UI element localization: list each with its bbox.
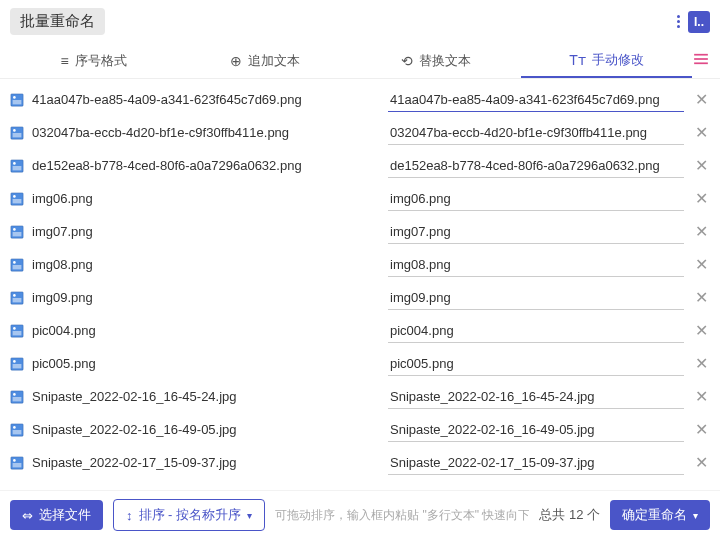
svg-rect-31 [13, 397, 22, 401]
original-filename-cell: 41aa047b-ea85-4a09-a341-623f645c7d69.png [10, 92, 380, 107]
remove-row-icon[interactable]: ✕ [692, 91, 710, 109]
remove-row-icon[interactable]: ✕ [692, 454, 710, 472]
file-row: img06.png✕ [0, 182, 720, 215]
original-filename: img09.png [32, 290, 93, 305]
rename-input[interactable] [388, 418, 684, 442]
remove-row-icon[interactable]: ✕ [692, 322, 710, 340]
image-file-icon [10, 192, 24, 206]
file-row: img08.png✕ [0, 248, 720, 281]
tab-label: 序号格式 [75, 52, 127, 70]
file-row: img07.png✕ [0, 215, 720, 248]
original-filename-cell: Snipaste_2022-02-16_16-45-24.jpg [10, 389, 380, 404]
svg-rect-19 [13, 265, 22, 269]
chevron-down-icon: ▾ [693, 510, 698, 521]
rename-input[interactable] [388, 451, 684, 475]
file-row: img09.png✕ [0, 281, 720, 314]
original-filename: Snipaste_2022-02-16_16-45-24.jpg [32, 389, 237, 404]
image-file-icon [10, 423, 24, 437]
original-filename: img07.png [32, 224, 93, 239]
original-filename-cell: img07.png [10, 224, 380, 239]
link-icon: ⇔ [22, 508, 33, 523]
original-filename: 032047ba-eccb-4d20-bf1e-c9f30ffb411e.png [32, 125, 289, 140]
rename-input[interactable] [388, 286, 684, 310]
file-row: pic004.png✕ [0, 314, 720, 347]
remove-row-icon[interactable]: ✕ [692, 355, 710, 373]
select-files-button[interactable]: ⇔ 选择文件 [10, 500, 103, 530]
rename-input[interactable] [388, 253, 684, 277]
remove-row-icon[interactable]: ✕ [692, 157, 710, 175]
tab-replace-text[interactable]: ⟲替换文本 [350, 43, 521, 78]
rename-input[interactable] [388, 385, 684, 409]
image-file-icon [10, 390, 24, 404]
svg-point-26 [13, 327, 16, 330]
remove-row-icon[interactable]: ✕ [692, 388, 710, 406]
svg-rect-37 [13, 463, 22, 467]
svg-point-32 [13, 393, 16, 396]
original-filename-cell: 032047ba-eccb-4d20-bf1e-c9f30ffb411e.png [10, 125, 380, 140]
original-filename: de152ea8-b778-4ced-80f6-a0a7296a0632.png [32, 158, 302, 173]
file-list: 41aa047b-ea85-4a09-a341-623f645c7d69.png… [0, 79, 720, 490]
rename-input[interactable] [388, 154, 684, 178]
file-row: de152ea8-b778-4ced-80f6-a0a7296a0632.png… [0, 149, 720, 182]
remove-row-icon[interactable]: ✕ [692, 421, 710, 439]
more-menu-icon[interactable] [677, 15, 680, 28]
confirm-rename-button[interactable]: 确定重命名 ▾ [610, 500, 710, 530]
original-filename: Snipaste_2022-02-17_15-09-37.jpg [32, 455, 237, 470]
tab-label: 手动修改 [592, 51, 644, 69]
svg-rect-13 [13, 199, 22, 203]
rename-input[interactable] [388, 319, 684, 343]
original-filename-cell: Snipaste_2022-02-16_16-49-05.jpg [10, 422, 380, 437]
remove-row-icon[interactable]: ✕ [692, 256, 710, 274]
button-label: 确定重命名 [622, 506, 687, 524]
original-filename-cell: Snipaste_2022-02-17_15-09-37.jpg [10, 455, 380, 470]
rename-input[interactable] [388, 220, 684, 244]
sort-button[interactable]: ↕ 排序 - 按名称升序 ▾ [113, 499, 265, 531]
original-filename: Snipaste_2022-02-16_16-49-05.jpg [32, 422, 237, 437]
rename-input[interactable] [388, 187, 684, 211]
image-file-icon [10, 258, 24, 272]
total-count: 总共 12 个 [539, 506, 600, 524]
svg-rect-34 [13, 430, 22, 434]
hint-text: 可拖动排序，输入框内粘贴 "多行文本" 快速向下批量替换 [275, 507, 529, 524]
hamburger-icon[interactable] [692, 53, 712, 68]
file-row: Snipaste_2022-02-16_16-45-24.jpg✕ [0, 380, 720, 413]
image-file-icon [10, 291, 24, 305]
image-file-icon [10, 357, 24, 371]
svg-rect-4 [13, 100, 22, 104]
sort-icon: ↕ [126, 508, 133, 523]
file-row: 41aa047b-ea85-4a09-a341-623f645c7d69.png… [0, 83, 720, 116]
plus-circle-icon: ⊕ [230, 53, 242, 69]
swap-icon: ⟲ [401, 53, 413, 69]
remove-row-icon[interactable]: ✕ [692, 124, 710, 142]
image-file-icon [10, 159, 24, 173]
image-file-icon [10, 324, 24, 338]
list-icon: ≡ [60, 53, 68, 69]
rename-input[interactable] [388, 121, 684, 145]
remove-row-icon[interactable]: ✕ [692, 289, 710, 307]
remove-row-icon[interactable]: ✕ [692, 190, 710, 208]
original-filename: img08.png [32, 257, 93, 272]
rename-input[interactable] [388, 88, 684, 112]
svg-rect-16 [13, 232, 22, 236]
app-logo-icon[interactable]: I.. [688, 11, 710, 33]
tab-label: 替换文本 [419, 52, 471, 70]
original-filename-cell: pic004.png [10, 323, 380, 338]
button-label: 选择文件 [39, 506, 91, 524]
rename-input[interactable] [388, 352, 684, 376]
file-row: Snipaste_2022-02-16_16-49-05.jpg✕ [0, 413, 720, 446]
chevron-down-icon: ▾ [247, 510, 252, 521]
image-file-icon [10, 225, 24, 239]
image-file-icon [10, 93, 24, 107]
file-row: Snipaste_2022-02-17_15-09-37.jpg✕ [0, 446, 720, 479]
tab-append-text[interactable]: ⊕追加文本 [179, 43, 350, 78]
tab-label: 追加文本 [248, 52, 300, 70]
tab-number-format[interactable]: ≡序号格式 [8, 43, 179, 78]
tab-manual-edit[interactable]: Tᴛ手动修改 [521, 43, 692, 78]
svg-rect-22 [13, 298, 22, 302]
remove-row-icon[interactable]: ✕ [692, 223, 710, 241]
text-icon: Tᴛ [569, 52, 586, 68]
svg-point-17 [13, 228, 16, 231]
svg-point-5 [13, 96, 16, 99]
file-row: pic005.png✕ [0, 347, 720, 380]
original-filename-cell: de152ea8-b778-4ced-80f6-a0a7296a0632.png [10, 158, 380, 173]
